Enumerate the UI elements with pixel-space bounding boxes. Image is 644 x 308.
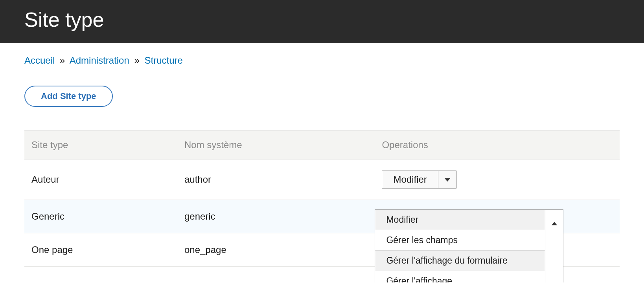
col-header-operations: Operations — [375, 131, 620, 160]
breadcrumb-separator: » — [132, 55, 142, 66]
page-title: Site type — [24, 8, 620, 31]
operations-dropbutton-open: Modifier Gérer les champs Gérer l'affich… — [375, 209, 563, 282]
cell-label: One page — [24, 233, 177, 267]
operations-dropbutton: Modifier — [382, 170, 456, 189]
table-row: Generic generic Modifier Gérer les champ… — [24, 200, 620, 233]
breadcrumb-separator: » — [57, 55, 67, 66]
cell-label: Auteur — [24, 160, 177, 200]
chevron-down-icon — [445, 174, 450, 185]
breadcrumb-link-structure[interactable]: Structure — [145, 55, 183, 66]
site-type-table: Site type Nom système Operations Auteur … — [24, 130, 620, 267]
col-header-site-type: Site type — [24, 131, 177, 160]
cell-operations: Modifier Gérer les champs Gérer l'affich… — [375, 200, 620, 233]
cell-machine-name: generic — [177, 200, 375, 233]
table-header-row: Site type Nom système Operations — [24, 131, 620, 160]
cell-operations: Modifier — [375, 160, 620, 200]
col-header-machine-name: Nom système — [177, 131, 375, 160]
chevron-up-icon — [552, 218, 557, 229]
dropbutton-toggle[interactable] — [545, 210, 563, 282]
breadcrumb: Accueil » Administration » Structure — [24, 55, 620, 66]
dropbutton-item-gerer-champs[interactable]: Gérer les champs — [375, 230, 545, 251]
content-region: Accueil » Administration » Structure Add… — [0, 43, 644, 282]
dropbutton-item-modifier[interactable]: Modifier — [375, 210, 545, 230]
cell-machine-name: one_page — [177, 233, 375, 267]
dropbutton-item-gerer-affichage-formulaire[interactable]: Gérer l'affichage du formulaire — [375, 251, 545, 271]
edit-button[interactable]: Modifier — [382, 171, 438, 188]
breadcrumb-link-administration[interactable]: Administration — [70, 55, 129, 66]
breadcrumb-link-accueil[interactable]: Accueil — [24, 55, 55, 66]
cell-label: Generic — [24, 200, 177, 233]
cell-machine-name: author — [177, 160, 375, 200]
dropbutton-menu: Modifier Gérer les champs Gérer l'affich… — [375, 210, 545, 282]
dropbutton-toggle[interactable] — [438, 171, 456, 188]
dropbutton-item-gerer-affichage[interactable]: Gérer l'affichage — [375, 271, 545, 282]
add-site-type-button[interactable]: Add Site type — [24, 86, 113, 107]
table-row: Auteur author Modifier — [24, 160, 620, 200]
page-header: Site type — [0, 0, 644, 43]
